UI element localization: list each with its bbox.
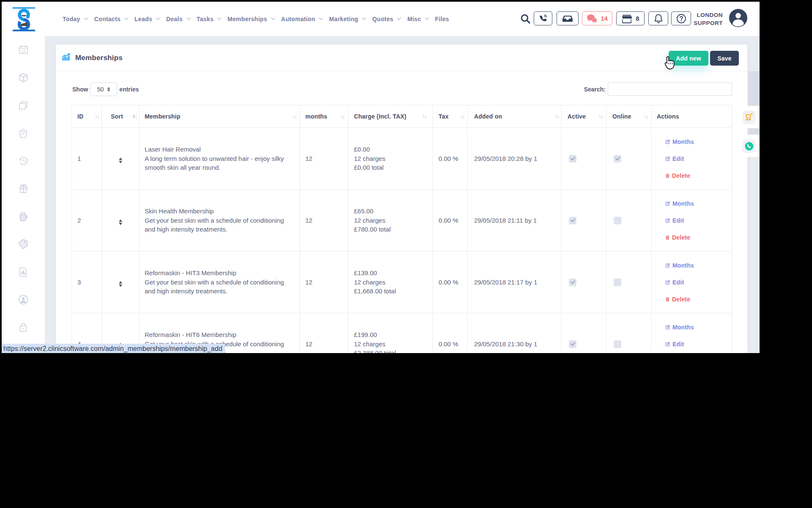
svg-text:12: 12 <box>21 49 25 53</box>
